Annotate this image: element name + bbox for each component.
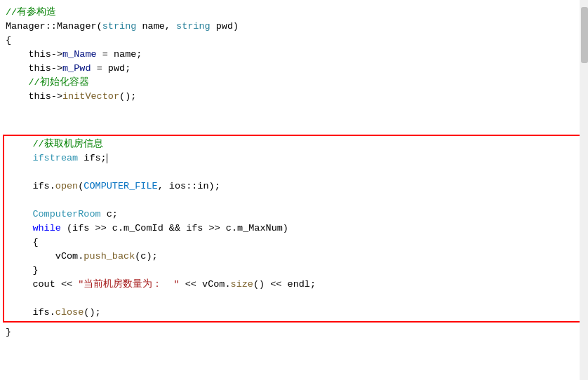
code-area: //有参构造 Manager::Manager(string name, str… bbox=[0, 6, 588, 339]
code-line: Manager::Manager(string name, string pwd… bbox=[0, 20, 588, 34]
code-line: } bbox=[0, 325, 588, 339]
code-line: this->initVector(); bbox=[0, 90, 588, 104]
code-line bbox=[0, 104, 588, 118]
code-line: ifs.close(); bbox=[4, 306, 584, 320]
code-line bbox=[4, 165, 584, 179]
code-line: this->m_Pwd = pwd; bbox=[0, 62, 588, 76]
code-line: //初始化容器 bbox=[0, 76, 588, 90]
code-line: //获取机房信息 bbox=[4, 137, 584, 151]
code-editor[interactable]: //有参构造 Manager::Manager(string name, str… bbox=[0, 0, 588, 380]
code-line: ComputerRoom c; bbox=[4, 208, 584, 222]
code-line: cout << "当前机房数量为： " << vCom.size() << en… bbox=[4, 278, 584, 292]
code-line: ifs.open(COMPUTER_FILE, ios::in); bbox=[4, 179, 584, 194]
code-line: vCom.push_back(c); bbox=[4, 250, 584, 264]
code-line: this->m_Name = name; bbox=[0, 48, 588, 62]
code-line: } bbox=[4, 264, 584, 278]
code-line bbox=[4, 292, 584, 306]
highlighted-code-block: //获取机房信息 ifstream ifs; ifs.open(COMPUTER… bbox=[3, 135, 585, 323]
scroll-thumb[interactable] bbox=[581, 7, 588, 63]
code-line bbox=[0, 118, 588, 132]
scrollbar[interactable] bbox=[580, 0, 588, 380]
code-line: while (ifs >> c.m_ComId && ifs >> c.m_Ma… bbox=[4, 222, 584, 236]
code-line: ifstream ifs; bbox=[4, 151, 584, 165]
code-line bbox=[4, 194, 584, 208]
code-line: { bbox=[4, 236, 584, 250]
code-line: //有参构造 bbox=[0, 6, 588, 20]
code-line: { bbox=[0, 34, 588, 48]
